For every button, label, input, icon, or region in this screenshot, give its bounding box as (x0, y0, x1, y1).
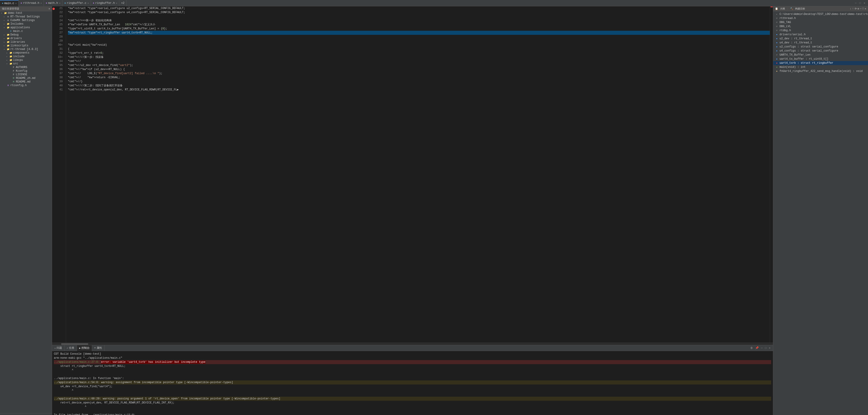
sidebar-item-5[interactable]: Cmain.c (0, 29, 52, 33)
tab-label-overflow: ▾2 (121, 1, 124, 5)
outline-item-0[interactable]: ▸C:\Users\Admin\Desktop\TEST_LOG\demo-te… (773, 12, 868, 16)
code-line-37[interactable]: "cmt">// LOG_E("RT_device_find[uart2] fa… (68, 71, 770, 75)
sidebar-header: 项目资源管理器 ✕ (0, 6, 52, 11)
outline-item-3[interactable]: #DBG_LVL (773, 25, 868, 29)
sidebar-item-14[interactable]: ▾📁src (0, 62, 52, 66)
close-btn[interactable]: ✕ (863, 1, 866, 5)
tab-ringbuffer-h[interactable]: ● ringbuffer.h ✕ (91, 0, 120, 6)
code-line-21[interactable]: "kw">struct "type">serial_configure u2_c… (68, 6, 770, 10)
outline-item-12[interactable]: ●uart4_txrb : struct rt_ringbuffer (773, 61, 868, 65)
code-line-24[interactable]: "cmt">//>>>第一步 初始化结构体 (68, 19, 770, 23)
outline-item-9[interactable]: ●u4_configs : struct serial_configure (773, 49, 868, 53)
code-line-25[interactable]: #"kw">define UART4_TX_Buffer_Len 1024 "c… (68, 23, 770, 27)
sidebar-item-10[interactable]: ▾📁rt-thread [4.0.3] (0, 47, 52, 51)
outline-item-8[interactable]: ●u2_configs : struct serial_configure (773, 45, 868, 49)
outline-action-3[interactable]: ⟳ (855, 7, 857, 10)
sidebar-item-0[interactable]: ▾📁demo-test (0, 11, 52, 15)
code-line-23[interactable] (68, 14, 770, 19)
outline-item-label-1: rtthread.h (779, 17, 796, 20)
code-content[interactable]: "kw">struct "type">serial_configure u2_c… (66, 6, 770, 343)
code-line-28[interactable] (68, 35, 770, 39)
bottom-pin-btn[interactable]: 📌 (755, 346, 760, 350)
console-line-11: ret=rt_device_open(u4_dev, RT_DEVICE_FLA… (54, 401, 771, 405)
code-line-40[interactable]: "cmt">////第二步: 找到了设备就打开设备 (68, 83, 770, 88)
scrollbar-thumb[interactable] (61, 343, 88, 345)
outline-minimize-btn[interactable]: — (860, 7, 862, 10)
sidebar-item-4[interactable]: ▾📁applications (0, 26, 52, 29)
outline-item-13[interactable]: ●main(void) : int (773, 65, 868, 69)
bottom-maximize-btn[interactable]: □ (764, 346, 767, 350)
outline-item-2[interactable]: #DBG_TAG (773, 20, 868, 25)
code-line-27[interactable]: "kw">struct "type">rt_ringbuffer uart4_t… (68, 31, 770, 35)
outline-item-10[interactable]: #UART4_TX_Buffer_Len (773, 53, 868, 57)
tab-rtthread-h[interactable]: ● rtthread.h ✕ (19, 0, 44, 6)
sidebar-item-8[interactable]: ▸📁libraries (0, 40, 52, 44)
sidebar-item-6[interactable]: ▸📁Debug (0, 33, 52, 37)
outline-action-1[interactable]: ↓ (850, 7, 851, 10)
code-line-31[interactable]: { (68, 47, 770, 51)
outline-item-label-5: drivers/serial.h (779, 33, 806, 36)
code-line-22[interactable]: "kw">struct "type">serial_configure u4_c… (68, 10, 770, 14)
outline-action-2[interactable]: ↑ (852, 7, 854, 10)
code-line-38[interactable]: "cmt">// "kw">return -EINVAL; (68, 75, 770, 79)
minimize-btn[interactable]: — (854, 1, 857, 5)
bottom-minimize-btn[interactable]: — (760, 346, 763, 350)
code-line-33[interactable]: "cmt">////第一步: 找设备 (68, 55, 770, 59)
sidebar-item-18[interactable]: MREADME_zh.md (0, 76, 52, 80)
sidebar-item-19[interactable]: MREADME.md (0, 80, 52, 83)
tab-close-math-h[interactable]: ✕ (59, 2, 60, 4)
tab-main-c[interactable]: ● main.c ✕ (0, 0, 19, 6)
code-line-34[interactable]: "cmt">// (68, 59, 770, 63)
maximize-btn[interactable]: □ (859, 1, 862, 5)
sidebar-item-15[interactable]: FAUTHORS (0, 66, 52, 69)
outline-item-6[interactable]: ●u2_dev : rt_thread_t (773, 37, 868, 41)
sidebar-item-11[interactable]: ▸📁components (0, 51, 52, 55)
code-line-26[interactable]: "type">rt_uint8_t uart4_tx_buffer[UART4_… (68, 27, 770, 31)
outline-item-11[interactable]: ●uart4_tx_buffer : rt_uint8_t[] (773, 57, 868, 61)
outline-maximize-btn[interactable]: □ (862, 7, 864, 10)
sidebar-item-7[interactable]: ▸📁drivers (0, 37, 52, 40)
sidebar-close-icon[interactable]: ✕ (49, 7, 50, 10)
outline-item-7[interactable]: ●u4_dev : rt_thread_t (773, 41, 868, 45)
tab-close-main-c[interactable]: ✕ (15, 2, 17, 5)
editor-tab-bar: ● main.c ✕ ● rtthread.h ✕ ● math.h ✕ ● r… (0, 0, 868, 6)
tab-close-ringbuffer-h[interactable]: ✕ (116, 2, 117, 4)
outline-item-14[interactable]: ●fnUart4_ringbuffer_422_send_msg_handle(… (773, 69, 868, 73)
bottom-tab-console[interactable]: ▶ 控制台 (77, 345, 92, 351)
sidebar-item-label-12: include (13, 55, 25, 58)
outline-item-1[interactable]: #rtthread.h (773, 16, 868, 20)
code-line-41[interactable]: "cmt">//ret=rt_device_open(u2_dev, RT_DE… (68, 88, 770, 92)
code-line-36[interactable]: "cmt">//"kw">if (u2_dev==RT_NULL) { (68, 67, 770, 71)
sidebar-item-12[interactable]: ▸📁include (0, 55, 52, 58)
sidebar-item-13[interactable]: ▸📁libcpu (0, 58, 52, 62)
sidebar-item-17[interactable]: FLICENSE (0, 73, 52, 76)
bottom-tab-properties[interactable]: ≡ 属性 (92, 345, 104, 351)
outline-item-5[interactable]: ●drivers/serial.h (773, 33, 868, 37)
sidebar-item-2[interactable]: ▸⚙CubeMX Settings (0, 19, 52, 22)
bottom-close-btn[interactable]: ✕ (768, 346, 771, 350)
tab-math-h[interactable]: ● math.h ✕ (44, 0, 62, 6)
sidebar-item-3[interactable]: ▸📁Includes (0, 22, 52, 26)
sidebar-item-16[interactable]: FKconfig (0, 69, 52, 73)
code-line-39[interactable]: "cmt">//} (68, 79, 770, 83)
horizontal-scrollbar[interactable] (52, 343, 773, 345)
code-line-29[interactable] (68, 39, 770, 43)
bottom-tab-problems[interactable]: ⚠ 问题 (52, 345, 64, 351)
code-line-32[interactable]: "type">rt_err_t ret=0; (68, 51, 770, 55)
tab-overflow[interactable]: ▾2 (119, 0, 126, 6)
sidebar-item-label-5: main.c (13, 30, 23, 33)
bottom-clear-btn[interactable]: 🗑 (750, 346, 754, 350)
sidebar-item-9[interactable]: ▸📁linkscripts (0, 44, 52, 47)
bottom-tab-tasks[interactable]: ✓ 任务 (64, 345, 77, 351)
code-line-30[interactable]: "kw">int main("kw">void) (68, 43, 770, 47)
outline-action-4[interactable]: ⚙ (858, 7, 859, 10)
code-line-35[interactable]: "cmt">//u2_dev =rt_device_find("uart2"); (68, 63, 770, 67)
tab-ringbuffer-c[interactable]: ● ringbuffer.c ✕ (62, 0, 91, 6)
sidebar-item-1[interactable]: ▸⚙RT-Thread Settings (0, 15, 52, 19)
tab-close-ringbuffer-c[interactable]: ✕ (88, 2, 89, 4)
outline-close-btn[interactable]: ✕ (865, 7, 866, 10)
sidebar-item-20[interactable]: Hrtconfig.h (0, 83, 52, 87)
outline-item-4[interactable]: #rtdbg.h (773, 29, 868, 33)
sidebar-item-label-8: libraries (10, 40, 25, 44)
tab-close-rtthread-h[interactable]: ✕ (40, 2, 42, 4)
